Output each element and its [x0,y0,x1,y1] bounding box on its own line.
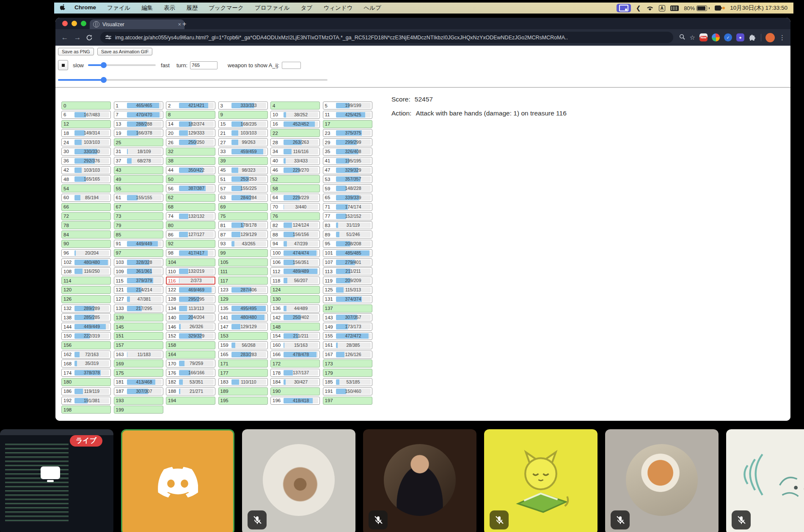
zoom-page-icon[interactable] [679,34,686,41]
grid-cell-83: 8331/119 [323,221,372,229]
grid-cell-81: 81178/178 [218,221,268,229]
menu-item-0[interactable]: Chrome [69,4,102,12]
grid-cell-199: 199 [114,406,163,414]
turn-slider[interactable] [58,77,328,83]
grid-cell-40: 4033/433 [270,157,320,165]
apple-logo-icon[interactable] [60,4,66,12]
grid-cell-141: 141480/480 [218,313,268,321]
save-gif-button[interactable]: Save as Animation GIF [97,48,153,55]
grid-cell-126: 126 [61,295,111,303]
zoom-window-button[interactable] [81,21,86,26]
menu-item-5[interactable]: ブックマーク [203,4,249,12]
extension-new-icon[interactable]: New [699,33,708,41]
hidden-items-chevron-icon[interactable]: ❮ [636,5,641,11]
grid-cell-27: 2799/263 [218,138,268,146]
menu-item-7[interactable]: タブ [295,4,318,12]
participant-tile-screenshare[interactable]: ライブ [0,429,113,532]
grid-cell-112: 112489/489 [270,267,320,275]
url-bar[interactable]: img.atcoder.jp/ahc055/ys4u9l6aru.html?_g… [100,32,673,43]
grid-cell-119: 119209/209 [323,277,372,285]
grid-cell-5: 5199/199 [323,101,372,110]
extensions-puzzle-icon[interactable] [749,33,757,41]
grid-cell-153: 153 [218,332,268,340]
site-controls-icon[interactable] [105,35,111,40]
grid-cell-72: 72 [61,212,111,220]
menu-item-6[interactable]: プロファイル [249,4,295,12]
grid-cell-65: 65339/339 [323,194,372,202]
bookmark-star-icon[interactable]: ☆ [690,34,695,41]
grid-cell-45: 4598/323 [218,166,268,174]
grid-cell-166: 166478/478 [270,351,320,359]
weapon-input[interactable] [282,62,301,69]
save-png-button[interactable]: Save as PNG [58,48,94,55]
extension-purple-icon[interactable]: ◆ [736,33,744,41]
grid-cell-127: 12747/381 [114,295,163,303]
participant-tile-hamster[interactable] [242,429,355,532]
turn-label: turn: [176,62,187,69]
grid-cell-21: 21103/103 [218,129,268,137]
extension-circle-icon[interactable] [712,33,720,41]
grid-cell-124: 124 [270,286,320,294]
grid-cell-107: 107279/401 [323,258,372,266]
cat-reading-book-drawing [498,446,583,518]
grid-cell-105: 105 [218,258,268,266]
participant-tile-suit-man[interactable] [363,429,476,532]
muted-mic-icon [369,510,388,529]
grid-cell-186: 186119/119 [61,387,111,395]
grid-cell-90: 90 [61,240,111,248]
grid-cell-177: 177 [218,369,268,377]
tab-close-icon[interactable]: × [178,21,181,27]
grid-cell-169: 169 [114,359,163,367]
participant-tile-shiba[interactable] [605,429,719,532]
grid-cell-16: 16452/452 [270,120,320,128]
menu-item-4[interactable]: 履歴 [181,4,203,12]
grid-cell-9: 9 [218,111,268,119]
menu-item-9[interactable]: ヘルプ [358,4,387,12]
forward-button[interactable]: → [73,33,82,42]
back-button[interactable]: ← [61,33,69,42]
grid-cell-82: 82124/124 [270,221,320,229]
input-source-icon[interactable]: A [659,5,666,11]
menu-item-8[interactable]: ウィンドウ [318,4,358,12]
menu-item-3[interactable]: 表示 [158,4,181,12]
grid-cell-146: 14626/326 [166,323,215,331]
grid-cell-57: 57155/225 [218,184,268,192]
speed-slider-thumb[interactable] [101,62,107,68]
recording-indicator-icon[interactable] [715,5,725,11]
grid-cell-167: 167126/126 [323,351,372,359]
grid-cell-190: 190 [270,387,320,395]
speed-slider[interactable] [88,62,156,68]
tab-title: Visualizer [102,22,124,27]
close-window-button[interactable] [62,21,68,26]
screen-sharing-icon[interactable] [617,4,631,12]
profile-avatar[interactable] [765,33,775,42]
grid-cell-155: 155472/472 [323,332,372,340]
turn-input[interactable] [190,61,218,69]
battery-indicator[interactable]: 80% [684,5,710,11]
grid-cell-86: 86127/127 [166,230,215,239]
score-value: 52457 [415,96,433,103]
new-tab-button[interactable]: + [182,20,186,28]
grid-cell-47: 47329/329 [323,166,372,174]
minimize-window-button[interactable] [72,21,77,26]
grid-cell-194: 194 [166,397,215,405]
tab-visualizer[interactable]: Visualizer × [90,19,184,29]
menu-item-1[interactable]: ファイル [102,4,136,12]
grid-cell-138: 138285/285 [61,313,111,321]
participant-tile-cat-drawing[interactable] [484,429,597,532]
participant-tile-discord-bot[interactable] [121,429,234,532]
menubar-clock[interactable]: 10月30日(木) 17:33:50 [730,4,787,12]
grid-cell-179: 179 [323,369,372,377]
wifi-icon[interactable] [646,5,654,11]
turn-slider-thumb[interactable] [101,77,107,83]
participant-tile-sketch[interactable] [726,429,804,532]
menu-item-2[interactable]: 編集 [136,4,158,12]
grid-cell-161: 16128/385 [323,341,372,349]
grid-cell-168: 16835/319 [61,359,111,367]
chrome-menu-icon[interactable]: ⋮ [779,34,785,41]
extension-blue-icon[interactable]: ✓ [724,33,732,41]
grid-cell-14: 14182/374 [166,120,215,128]
keyboard-icon[interactable] [670,5,679,11]
stop-button[interactable] [58,60,68,70]
reload-button[interactable] [86,34,94,41]
